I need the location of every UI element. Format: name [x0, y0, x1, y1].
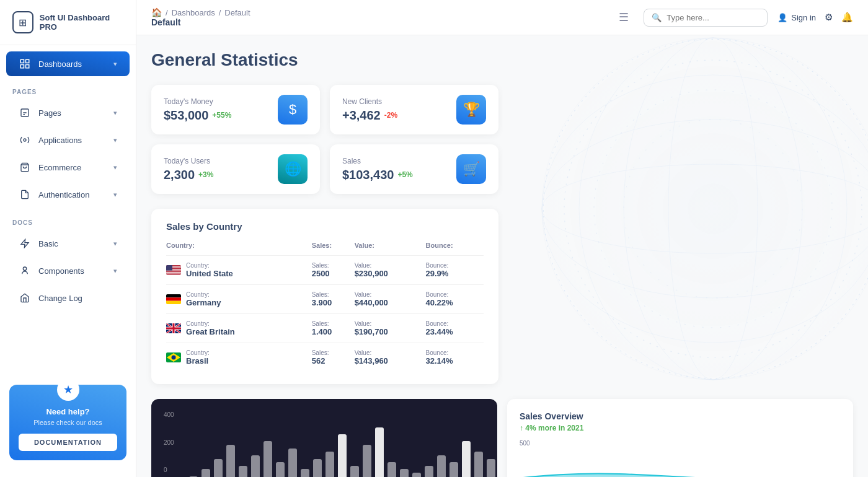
svg-rect-1 [26, 59, 29, 63]
value-cell-gb: Value: $190,700 [355, 314, 426, 343]
sidebar-item-label-basic: Basic [38, 239, 58, 248]
sales-by-country-card: Sales by Country Country: Sales: Value: … [151, 209, 498, 384]
svg-rect-31 [166, 301, 181, 304]
sidebar-item-pages[interactable]: Pages ▾ [6, 100, 130, 125]
sidebar-item-basic[interactable]: Basic ▾ [6, 231, 130, 256]
col-value: Value: [355, 242, 426, 256]
country-cell-gb: Country:Great Britain [166, 314, 312, 343]
pages-icon [19, 107, 31, 119]
sidebar-logo: ⊞ Soft UI Dashboard PRO [0, 0, 136, 45]
notifications-icon[interactable]: 🔔 [841, 12, 853, 23]
sidebar-item-dashboards[interactable]: Dashboards ▾ [6, 51, 130, 76]
stat-icon-money: $ [278, 95, 308, 125]
documentation-button[interactable]: DOCUMENTATION [19, 434, 117, 451]
docs-section-label: DOCS [0, 208, 136, 230]
stats-grid: Today's Money $53,000 +55% $ New Clients… [151, 85, 498, 194]
sales-cell-br: Sales: 562 [312, 343, 355, 372]
stat-value-users: 2,300 +3% [164, 168, 213, 182]
svg-point-5 [24, 139, 26, 141]
sidebar-item-components[interactable]: Components ▾ [6, 258, 130, 283]
settings-icon[interactable]: ⚙ [825, 12, 833, 23]
sidebar: ⊞ Soft UI Dashboard PRO Dashboards ▾ PAG… [0, 0, 136, 477]
breadcrumb: 🏠 / Dashboards / Default [151, 7, 250, 17]
stat-change-users: +3% [198, 170, 213, 179]
chevron-down-icon-apps: ▾ [113, 136, 117, 144]
stat-label-users: Today's Users [164, 157, 213, 165]
value-cell-br: Value: $143,960 [355, 343, 426, 372]
basic-icon [19, 237, 31, 250]
country-label-gb: Country:Great Britain [186, 320, 235, 336]
content-area: /* dots added via circle elements */ Gen… [136, 35, 868, 477]
svg-rect-26 [166, 272, 181, 273]
breadcrumb-section: 🏠 / Dashboards / Default Default [151, 7, 250, 27]
sidebar-item-changelog[interactable]: Change Log [6, 286, 130, 310]
stat-value-money: $53,000 +55% [164, 108, 231, 123]
svg-point-35 [172, 356, 176, 360]
components-icon [19, 265, 31, 277]
col-sales: Sales: [312, 242, 355, 256]
user-icon: 👤 [777, 13, 787, 22]
topbar: 🏠 / Dashboards / Default Default ☰ 🔍 👤 S… [136, 0, 868, 35]
help-title: Need help? [19, 407, 117, 416]
home-icon: 🏠 [151, 7, 162, 17]
chart-y-500: 500 [520, 440, 841, 447]
breadcrumb-sep1: / [166, 8, 168, 17]
applications-icon [19, 134, 31, 146]
country-cell-br: Country:Brasil [166, 343, 312, 372]
bounce-cell-gb: Bounce: 23.44% [426, 314, 484, 343]
table-row: Country:United State Sales: 2500 Value: … [166, 256, 484, 285]
sidebar-item-authentication[interactable]: Authentication ▾ [6, 182, 130, 207]
stat-card-sales: Sales $103,430 +5% 🛒 [330, 144, 498, 194]
country-label-br: Country:Brasil [186, 349, 210, 365]
help-card: ★ Need help? Please check our docs DOCUM… [9, 385, 126, 460]
stat-label-sales: Sales [342, 157, 413, 165]
chevron-down-icon-pages: ▾ [113, 109, 117, 117]
pages-section-label: PAGES [0, 77, 136, 99]
sidebar-item-label-ecommerce: Ecommerce [38, 163, 81, 172]
help-star-icon: ★ [57, 379, 79, 401]
svg-rect-2 [26, 65, 29, 68]
dashboards-icon [19, 58, 31, 70]
help-subtitle: Please check our docs [19, 419, 117, 426]
stat-label-money: Today's Money [164, 97, 231, 106]
chevron-down-icon-ecomm: ▾ [113, 164, 117, 172]
sidebar-item-label-components: Components [38, 266, 84, 276]
col-country: Country: [166, 242, 312, 256]
sidebar-item-label-dashboards: Dashboards [38, 59, 82, 69]
country-table: Country: Sales: Value: Bounce: [166, 242, 484, 372]
breadcrumb-sep2: / [219, 8, 221, 17]
bounce-cell-de: Bounce: 40.22% [426, 285, 484, 314]
topbar-actions: 👤 Sign in ⚙ 🔔 [777, 12, 853, 23]
hamburger-icon[interactable]: ☰ [619, 11, 629, 24]
chevron-down-icon: ▾ [113, 60, 117, 68]
stat-card-users: Today's Users 2,300 +3% 🌐 [151, 144, 320, 194]
authentication-icon [19, 188, 31, 201]
col-bounce: Bounce: [426, 242, 484, 256]
stat-icon-clients: 🏆 [456, 95, 486, 125]
search-box: 🔍 [644, 9, 768, 27]
value-cell-de: Value: $440,000 [355, 285, 426, 314]
sidebar-item-ecommerce[interactable]: Ecommerce ▾ [6, 155, 130, 180]
sales-overview-subtitle: ↑ 4% more in 2021 [520, 424, 841, 432]
svg-marker-7 [21, 239, 29, 247]
table-row: Country:Germany Sales: 3.900 Value: $440… [166, 285, 484, 314]
changelog-icon [19, 292, 31, 304]
content-inner: General Statistics Today's Money $53,000… [151, 50, 853, 477]
search-input[interactable] [666, 13, 753, 22]
stat-change-clients: -2% [384, 111, 397, 120]
breadcrumb-dashboards[interactable]: Dashboards [172, 8, 215, 17]
sales-country-title: Sales by Country [166, 221, 484, 232]
signin-button[interactable]: 👤 Sign in [777, 13, 816, 22]
chevron-down-icon-basic: ▾ [113, 240, 117, 248]
sales-overview-title: Sales Overview [520, 411, 841, 421]
chart-y-labels: 400 200 0 [164, 411, 174, 473]
sidebar-item-applications[interactable]: Applications ▾ [6, 128, 130, 152]
svg-rect-30 [166, 297, 181, 300]
bounce-cell-br: Bounce: 32.14% [426, 343, 484, 372]
svg-rect-28 [166, 265, 172, 271]
value-cell-us: Value: $230,900 [355, 256, 426, 285]
bounce-cell-us: Bounce: 29.9% [426, 256, 484, 285]
search-icon: 🔍 [652, 13, 662, 22]
svg-rect-27 [166, 274, 181, 274]
bottom-charts: 400 200 0 Sales Overview ↑ 4% more in 20… [151, 399, 853, 477]
